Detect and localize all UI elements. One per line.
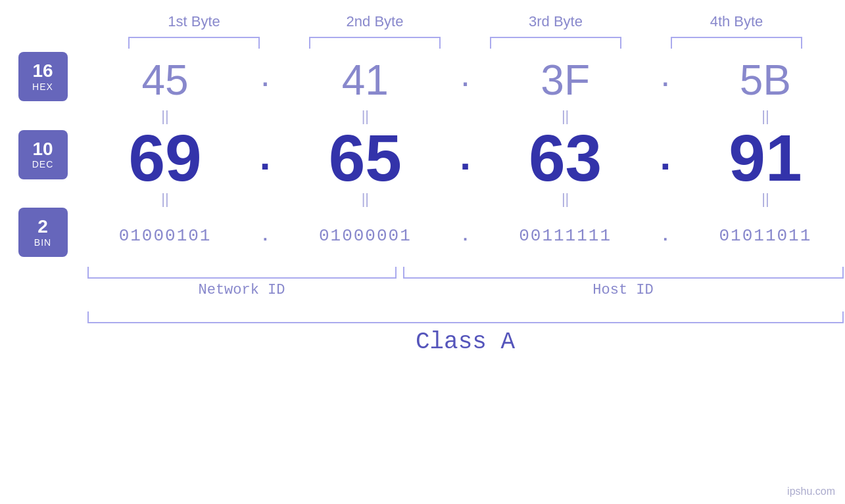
eq-row-2: || || || || xyxy=(0,191,845,208)
bin-badge: 2 BIN xyxy=(18,208,68,257)
dec-values: 69 . 65 . 63 . 91 xyxy=(85,125,845,191)
bin-badge-number: 2 xyxy=(37,217,48,237)
bin-dot-3: . xyxy=(652,226,679,246)
byte-1-label: 1st Byte xyxy=(122,13,266,30)
dec-val-3: 63 xyxy=(493,125,638,191)
bin-row-group: 2 BIN 01000101 . 01000001 . 00111111 . 0… xyxy=(0,208,845,263)
hex-val-4: 5B xyxy=(693,56,838,104)
hex-val-3: 3F xyxy=(493,56,638,104)
class-bracket-container: Class A xyxy=(87,311,844,355)
hex-val-1: 45 xyxy=(93,56,237,104)
byte-2-label: 2nd Byte xyxy=(302,13,447,30)
dec-val-1: 69 xyxy=(93,125,237,191)
bracket-host xyxy=(403,267,844,279)
main-container: 1st Byte 2nd Byte 3rd Byte 4th Byte 16 H… xyxy=(0,0,845,504)
hex-row-group: 16 HEX 45 . 41 . 3F . 5B xyxy=(0,52,845,108)
bin-dot-1: . xyxy=(252,226,278,246)
hex-values: 45 . 41 . 3F . 5B xyxy=(85,56,845,104)
eq-2-3: || xyxy=(493,191,638,208)
eq-values-2: || || || || xyxy=(85,191,845,208)
class-label: Class A xyxy=(87,329,844,355)
dec-dot-1: . xyxy=(252,137,278,179)
dec-row-group: 10 DEC 69 . 65 . 63 . 91 xyxy=(0,125,845,191)
eq-2-1: || xyxy=(93,191,237,208)
bin-dot-2: . xyxy=(452,226,478,246)
byte-3-label: 3rd Byte xyxy=(483,13,628,30)
hex-badge: 16 HEX xyxy=(18,52,68,101)
bracket-top-4 xyxy=(671,37,802,49)
eq-row-1: || || || || xyxy=(0,108,845,125)
dec-val-4: 91 xyxy=(693,125,838,191)
network-id-label: Network ID xyxy=(87,282,397,298)
bin-val-3: 00111111 xyxy=(493,226,638,246)
bin-val-4: 01011011 xyxy=(693,226,838,246)
bin-val-1: 01000101 xyxy=(93,226,237,246)
hex-dot-1: . xyxy=(252,66,278,93)
host-id-label: Host ID xyxy=(403,282,844,298)
eq-2-4: || xyxy=(693,191,838,208)
bin-values: 01000101 . 01000001 . 00111111 . 0101101… xyxy=(85,226,845,246)
id-labels-row: Network ID Host ID xyxy=(87,282,844,298)
dec-badge-label: DEC xyxy=(32,159,54,170)
dec-badge-number: 10 xyxy=(32,139,53,160)
hex-badge-number: 16 xyxy=(32,61,53,81)
top-brackets xyxy=(104,37,827,49)
hex-dot-3: . xyxy=(652,66,679,93)
dec-dot-3: . xyxy=(652,137,679,179)
hex-badge-container: 16 HEX xyxy=(0,52,85,108)
watermark: ipshu.com xyxy=(787,486,835,497)
eq-2-2: || xyxy=(293,191,437,208)
bin-badge-container: 2 BIN xyxy=(0,208,85,263)
bin-val-2: 01000001 xyxy=(293,226,437,246)
bracket-top-1 xyxy=(128,37,260,49)
bracket-top-2 xyxy=(309,37,441,49)
byte-4-label: 4th Byte xyxy=(664,13,809,30)
dec-val-2: 65 xyxy=(293,125,437,191)
dec-dot-2: . xyxy=(452,137,478,179)
hex-dot-2: . xyxy=(452,66,478,93)
dec-badge: 10 DEC xyxy=(18,130,68,179)
bin-badge-label: BIN xyxy=(34,237,51,248)
bracket-class xyxy=(87,311,844,323)
byte-headers-row: 1st Byte 2nd Byte 3rd Byte 4th Byte xyxy=(104,13,827,30)
bottom-brackets xyxy=(87,267,844,279)
bracket-top-3 xyxy=(490,37,621,49)
dec-badge-container: 10 DEC xyxy=(0,130,85,186)
bracket-network xyxy=(87,267,397,279)
hex-badge-label: HEX xyxy=(32,81,53,92)
hex-val-2: 41 xyxy=(293,56,437,104)
